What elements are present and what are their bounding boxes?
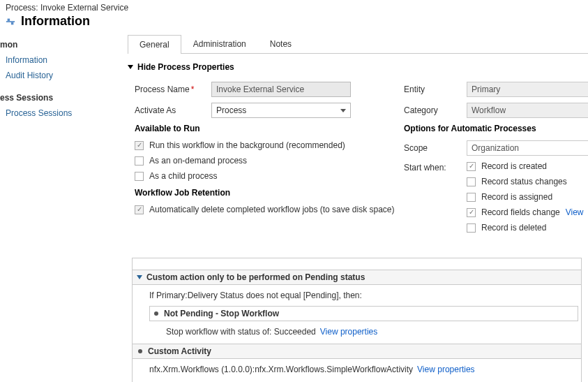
chk-auto-delete[interactable] bbox=[135, 205, 144, 214]
bullet-icon bbox=[154, 311, 158, 316]
category-value: Workflow bbox=[467, 103, 588, 118]
tab-administration[interactable]: Administration bbox=[181, 34, 258, 53]
expand-icon bbox=[137, 275, 142, 279]
bullet-icon bbox=[138, 349, 142, 353]
label-start-when: Start when: bbox=[404, 161, 467, 238]
sidebar-item-audit-history[interactable]: Audit History bbox=[0, 68, 122, 83]
lbl-record-assigned: Record is assigned bbox=[481, 192, 552, 202]
label-category: Category bbox=[404, 105, 467, 115]
lbl-run-background: Run this workflow in the background (rec… bbox=[149, 140, 345, 150]
lbl-fields-change: Record fields change bbox=[481, 207, 560, 217]
process-name-input[interactable] bbox=[211, 82, 351, 97]
entity-value: Primary bbox=[467, 82, 588, 97]
step-1-sub-title: Not Pending - Stop Workflow bbox=[164, 309, 279, 318]
lbl-record-deleted: Record is deleted bbox=[481, 223, 546, 233]
chk-record-created[interactable] bbox=[467, 162, 476, 171]
step-1-condition: If Primary:Delivery Status does not equa… bbox=[133, 289, 581, 306]
label-process-name: Process Name* bbox=[135, 85, 211, 94]
workflow-steps: Custom action only to be performed on Pe… bbox=[132, 258, 582, 382]
section-toggle[interactable]: Hide Process Properties bbox=[128, 62, 588, 72]
page-title: Information bbox=[21, 14, 90, 29]
link-view-props-1[interactable]: View properties bbox=[320, 327, 378, 337]
chk-fields-change[interactable] bbox=[467, 208, 476, 217]
activate-as-select[interactable]: Process bbox=[211, 103, 351, 118]
main-panel: General Administration Notes Hide Proces… bbox=[122, 34, 588, 382]
step-1-sub-detail: Stop workflow with status of: SucceededV… bbox=[133, 325, 581, 344]
collapse-icon bbox=[128, 65, 133, 69]
lbl-child-process: As a child process bbox=[149, 171, 217, 181]
step-1-sub-header[interactable]: Not Pending - Stop Workflow bbox=[149, 306, 578, 321]
lbl-auto-delete: Automatically delete completed workflow … bbox=[149, 205, 395, 214]
options-head: Options for Automatic Processes bbox=[404, 124, 588, 133]
label-scope: Scope bbox=[404, 143, 467, 153]
svg-rect-1 bbox=[8, 18, 10, 21]
svg-rect-2 bbox=[11, 22, 14, 24]
tab-strip: General Administration Notes bbox=[128, 34, 588, 54]
sidebar-head-common: mon bbox=[0, 37, 122, 52]
step-1-title: Custom action only to be performed on Pe… bbox=[146, 272, 365, 282]
label-entity: Entity bbox=[404, 85, 467, 94]
header-context: Process: Invoke External Service bbox=[6, 3, 582, 13]
lbl-record-created: Record is created bbox=[481, 161, 547, 171]
sidebar-item-process-sessions[interactable]: Process Sessions bbox=[0, 105, 122, 121]
step-2-detail: nfx.Xrm.Workflows (1.0.0.0):nfx.Xrm.Work… bbox=[133, 363, 581, 380]
sidebar-item-information[interactable]: Information bbox=[0, 52, 122, 68]
lbl-status-changes: Record status changes bbox=[481, 177, 567, 186]
chevron-down-icon bbox=[340, 109, 346, 112]
step-2-header[interactable]: Custom Activity bbox=[133, 344, 581, 359]
retention-head: Workflow Job Retention bbox=[135, 188, 404, 198]
tab-notes[interactable]: Notes bbox=[258, 34, 303, 53]
scope-value[interactable]: Organization bbox=[467, 140, 588, 156]
chk-status-changes[interactable] bbox=[467, 177, 476, 186]
section-toggle-label: Hide Process Properties bbox=[137, 62, 234, 72]
chk-run-background[interactable] bbox=[135, 141, 144, 150]
chk-record-deleted[interactable] bbox=[467, 223, 476, 233]
link-view-fields[interactable]: View bbox=[566, 207, 584, 217]
tab-general[interactable]: General bbox=[128, 35, 181, 54]
activate-as-value: Process bbox=[216, 105, 246, 115]
available-to-run-head: Available to Run bbox=[135, 124, 404, 133]
sidebar-head-sessions: ess Sessions bbox=[0, 90, 122, 105]
chk-on-demand[interactable] bbox=[135, 156, 144, 166]
label-activate-as: Activate As bbox=[135, 105, 211, 115]
chk-record-assigned[interactable] bbox=[467, 193, 476, 202]
chk-child-process[interactable] bbox=[135, 172, 144, 181]
lbl-on-demand: As an on-demand process bbox=[149, 156, 247, 166]
sidebar: mon Information Audit History ess Sessio… bbox=[0, 34, 122, 382]
page-header: Process: Invoke External Service Informa… bbox=[0, 0, 588, 34]
svg-rect-0 bbox=[6, 21, 15, 22]
link-view-props-2[interactable]: View properties bbox=[417, 365, 475, 374]
process-icon bbox=[6, 17, 15, 27]
step-2-title: Custom Activity bbox=[148, 346, 211, 356]
step-1-header[interactable]: Custom action only to be performed on Pe… bbox=[133, 270, 581, 285]
